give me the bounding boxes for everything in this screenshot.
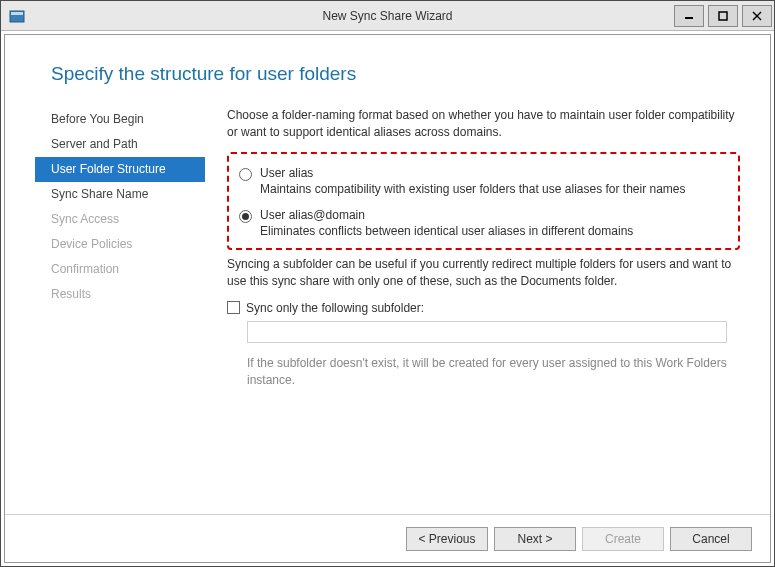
sync-description: Syncing a subfolder can be useful if you… (227, 256, 740, 291)
svg-rect-1 (11, 12, 23, 15)
minimize-button[interactable] (674, 5, 704, 27)
wizard-inner: Specify the structure for user folders B… (4, 34, 771, 563)
sidebar: Before You Begin Server and Path User Fo… (5, 107, 205, 514)
radio-user-alias-domain[interactable] (239, 210, 252, 223)
sidebar-item-sync-share-name[interactable]: Sync Share Name (35, 182, 205, 207)
sidebar-item-server-and-path[interactable]: Server and Path (35, 132, 205, 157)
sync-subfolder-label: Sync only the following subfolder: (246, 301, 424, 315)
option-sub: Eliminates conflicts between identical u… (260, 224, 728, 238)
option-user-alias[interactable]: User alias Maintains compatibility with … (239, 166, 728, 196)
sidebar-item-sync-access: Sync Access (35, 207, 205, 232)
sync-subfolder-checkbox[interactable] (227, 301, 240, 314)
option-text: User alias@domain Eliminates conflicts b… (260, 208, 728, 238)
page-title: Specify the structure for user folders (51, 63, 740, 85)
sidebar-item-user-folder-structure[interactable]: User Folder Structure (35, 157, 205, 182)
sidebar-item-confirmation: Confirmation (35, 257, 205, 282)
app-icon (9, 8, 25, 24)
content: Choose a folder-naming format based on w… (205, 107, 770, 514)
window-controls (672, 5, 774, 27)
radio-user-alias[interactable] (239, 168, 252, 181)
close-button[interactable] (742, 5, 772, 27)
sidebar-item-device-policies: Device Policies (35, 232, 205, 257)
sync-subfolder-row[interactable]: Sync only the following subfolder: (227, 301, 740, 315)
subfolder-input[interactable] (247, 321, 727, 343)
cancel-button[interactable]: Cancel (670, 527, 752, 551)
create-button: Create (582, 527, 664, 551)
window-title: New Sync Share Wizard (1, 9, 774, 23)
sidebar-item-before-you-begin[interactable]: Before You Begin (35, 107, 205, 132)
sidebar-item-results: Results (35, 282, 205, 307)
option-user-alias-domain[interactable]: User alias@domain Eliminates conflicts b… (239, 208, 728, 238)
option-text: User alias Maintains compatibility with … (260, 166, 728, 196)
wizard-header: Specify the structure for user folders (5, 35, 770, 107)
previous-button[interactable]: < Previous (406, 527, 488, 551)
options-highlight: User alias Maintains compatibility with … (227, 152, 740, 250)
subfolder-hint: If the subfolder doesn't exist, it will … (247, 355, 740, 390)
option-label: User alias@domain (260, 208, 728, 222)
description-text: Choose a folder-naming format based on w… (227, 107, 740, 142)
maximize-button[interactable] (708, 5, 738, 27)
option-label: User alias (260, 166, 728, 180)
wizard-window: New Sync Share Wizard Specify the struct… (0, 0, 775, 567)
titlebar: New Sync Share Wizard (1, 1, 774, 31)
svg-rect-3 (719, 12, 727, 20)
option-sub: Maintains compatibility with existing us… (260, 182, 728, 196)
wizard-body: Before You Begin Server and Path User Fo… (5, 107, 770, 514)
footer: < Previous Next > Create Cancel (5, 514, 770, 562)
next-button[interactable]: Next > (494, 527, 576, 551)
